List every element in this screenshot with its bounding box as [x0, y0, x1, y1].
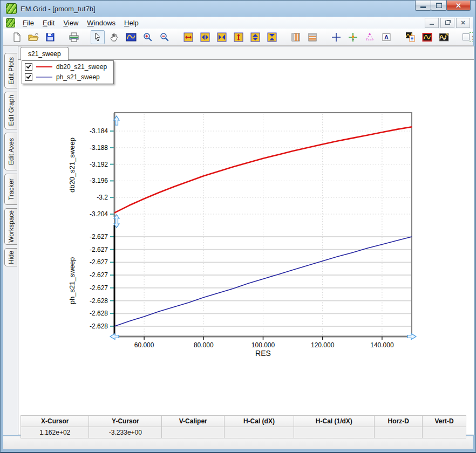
- print-icon[interactable]: [67, 30, 81, 44]
- plot-document-panel: s21_sweep db20_s21_sweepph_s21_sweep -3.…: [18, 46, 474, 435]
- sidebar-tab-label: Edit Plots: [8, 57, 15, 85]
- table-value-2: [162, 427, 225, 438]
- menu-bar: FileEditViewWindowsHelp ✕: [3, 17, 473, 29]
- sidebar-tab-hide[interactable]: Hide: [4, 248, 17, 266]
- y-axis-title-db20_s21_sweep: db20_s21_sweep: [68, 138, 76, 193]
- h-stretch-icon[interactable]: [181, 30, 195, 44]
- table-header-x-cursor: X-Cursor: [21, 416, 89, 427]
- save-icon[interactable]: [43, 30, 57, 44]
- toolbar: A↕↔Layout: [3, 29, 473, 46]
- v-expand-icon[interactable]: [248, 30, 262, 44]
- sidebar-tab-label: Hide: [8, 251, 15, 264]
- tab-s21-sweep[interactable]: s21_sweep: [21, 47, 69, 60]
- y-tick-label: -2.627: [90, 246, 108, 253]
- zoom-window-icon[interactable]: [124, 30, 138, 44]
- legend-line-swatch: [36, 77, 52, 78]
- open-folder-icon[interactable]: [26, 30, 40, 44]
- x-tick-label: 140.000: [370, 341, 394, 349]
- minimize-icon: [420, 6, 426, 8]
- sidebar-tab-edit-graph[interactable]: Edit Graph: [4, 92, 17, 129]
- minimize-button[interactable]: [415, 0, 431, 11]
- sidebar-tab-edit-axes[interactable]: Edit Axes: [4, 133, 17, 170]
- cursor-cross-icon[interactable]: [329, 30, 343, 44]
- zoom-out-icon[interactable]: [158, 30, 172, 44]
- sidebar-tab-label: Edit Axes: [8, 138, 15, 165]
- plot-area[interactable]: -3.184-3.188-3.192-3.196-3.2-3.204db20_s…: [18, 46, 475, 436]
- mdi-restore-button[interactable]: [440, 18, 454, 28]
- axis-handle-right[interactable]: [407, 334, 416, 340]
- legend-entry-db20_s21_sweep: db20_s21_sweep: [25, 63, 107, 71]
- y-tick-label: -2.627: [90, 271, 108, 279]
- sidebar-tab-edit-plots[interactable]: Edit Plots: [4, 53, 17, 88]
- app-logo-icon: [6, 3, 17, 14]
- pan-hand-icon[interactable]: [107, 30, 121, 44]
- caliper-icon[interactable]: [363, 30, 377, 44]
- select-pointer-icon[interactable]: [91, 30, 105, 44]
- mdi-close-button[interactable]: ✕: [456, 18, 470, 28]
- sidebar-tab-tracker[interactable]: Tracker: [4, 174, 17, 205]
- x-tick-label: 80.000: [194, 341, 214, 349]
- menu-view[interactable]: View: [59, 18, 83, 28]
- zoom-in-icon[interactable]: [141, 30, 155, 44]
- horizontal-grid-icon[interactable]: [305, 30, 319, 44]
- v-compress-icon[interactable]: [265, 30, 279, 44]
- h-compress-icon[interactable]: [215, 30, 229, 44]
- single-graph-icon[interactable]: [420, 30, 434, 44]
- table-header-h-cal-dx-: H-Cal (dX): [225, 416, 294, 427]
- table-header-v-caliper: V-Caliper: [162, 416, 225, 427]
- menu-windows[interactable]: Windows: [83, 18, 120, 28]
- align-vertical-icon[interactable]: ↕: [460, 30, 473, 44]
- mdi-window-controls: ✕: [425, 18, 473, 28]
- h-expand-icon[interactable]: [198, 30, 212, 44]
- y-tick-label: -3.2: [97, 194, 108, 201]
- sidebar-tabstrip: Edit PlotsEdit GraphEdit AxesTrackerWork…: [3, 46, 18, 435]
- legend-box: db20_s21_sweepph_s21_sweep: [22, 60, 114, 84]
- v-stretch-icon[interactable]: [232, 30, 246, 44]
- x-axis-title: RES: [255, 349, 271, 358]
- legend-checkbox-db20_s21_sweep[interactable]: [25, 63, 32, 71]
- svg-text:A: A: [384, 34, 389, 40]
- cursor-readout-table: X-CursorY-CursorV-CaliperH-Cal (dX)H-Cal…: [21, 415, 466, 438]
- legend-icon[interactable]: [403, 30, 417, 44]
- x-tick-label: 60.000: [134, 341, 154, 349]
- mdi-minimize-button[interactable]: [425, 18, 439, 28]
- table-header-h-cal-1-dx-: H-Cal (1/dX): [294, 416, 375, 427]
- y-tick-label: -3.192: [90, 161, 108, 168]
- y-tick-label: -3.188: [90, 144, 108, 152]
- y-tick-label: -2.627: [90, 233, 108, 241]
- y-tick-label: -2.628: [90, 310, 108, 317]
- close-icon: ✕: [455, 2, 461, 9]
- menu-edit[interactable]: Edit: [38, 18, 59, 28]
- menu-help[interactable]: Help: [120, 18, 143, 28]
- text-label-icon[interactable]: A: [379, 30, 393, 44]
- y-tick-label: -3.204: [90, 210, 108, 218]
- mdi-close-icon: ✕: [460, 20, 465, 26]
- menu-file[interactable]: File: [18, 18, 38, 28]
- close-button[interactable]: ✕: [446, 0, 471, 11]
- legend-label: ph_s21_sweep: [56, 73, 100, 81]
- app-window: EM.Grid - [pmom_tut7b] ✕ FileEditViewWin…: [0, 0, 476, 453]
- table-value-0: 1.162e+02: [21, 427, 89, 438]
- sidebar-tab-label: Tracker: [8, 179, 15, 200]
- tracker-icon[interactable]: [346, 30, 360, 44]
- x-tick-label: 120.000: [311, 341, 335, 349]
- mdi-minimize-icon: [430, 24, 434, 25]
- y-tick-label: -3.184: [90, 127, 108, 135]
- sidebar-tab-label: Workspace: [8, 210, 15, 243]
- window-controls: ✕: [416, 0, 471, 11]
- vertical-grid-icon[interactable]: [289, 30, 303, 44]
- legend-checkbox-ph_s21_sweep[interactable]: [25, 73, 32, 81]
- axis-handle-left[interactable]: [110, 334, 119, 340]
- maximize-button[interactable]: [431, 0, 447, 11]
- table-value-1: -3.233e+00: [89, 427, 162, 438]
- table-header-horz-d: Horz-D: [375, 416, 423, 427]
- table-value-6: [423, 427, 466, 438]
- x-tick-label: 100.000: [251, 341, 275, 349]
- y-tick-label: -2.628: [90, 297, 108, 305]
- new-document-icon[interactable]: [10, 30, 24, 44]
- document-icon[interactable]: [6, 18, 15, 28]
- sidebar-tab-workspace[interactable]: Workspace: [4, 208, 17, 245]
- multi-graph-icon[interactable]: [437, 30, 451, 44]
- table-value-3: [225, 427, 294, 438]
- legend-line-swatch: [36, 66, 52, 67]
